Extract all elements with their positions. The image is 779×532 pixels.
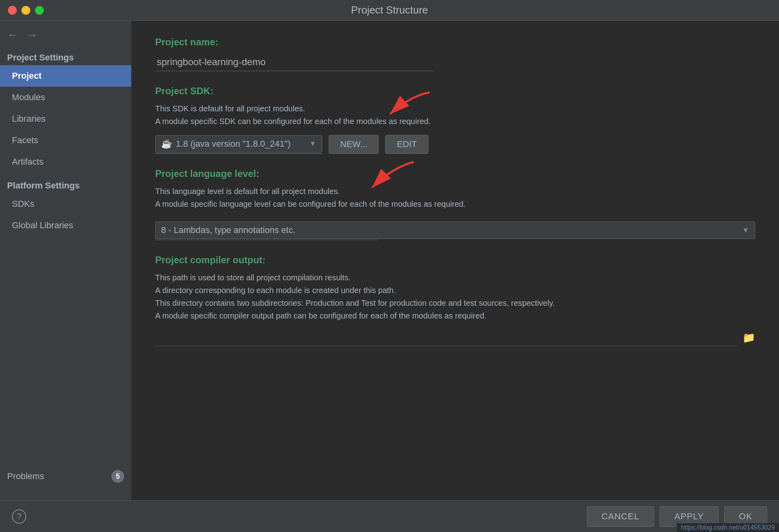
sidebar-item-libraries[interactable]: Libraries: [0, 108, 131, 130]
sdk-row: ☕ 1.8 (java version "1.8.0_241") ▼ NEW..…: [155, 135, 755, 154]
compiler-output-label: Project compiler output:: [155, 254, 755, 266]
sidebar-item-problems[interactable]: Problems 5: [0, 464, 131, 488]
language-level-dropdown[interactable]: 8 - Lambdas, type annotations etc. ▼: [155, 221, 755, 239]
sidebar-item-sdks[interactable]: SDKs: [0, 193, 131, 215]
project-settings-label: Project Settings: [0, 49, 131, 65]
maximize-button[interactable]: [35, 6, 44, 15]
sidebar-item-project[interactable]: Project: [0, 65, 131, 87]
sidebar-item-label: Libraries: [12, 114, 45, 124]
compiler-output-section: Project compiler output: This path is us…: [155, 254, 755, 346]
sdk-edit-button[interactable]: EDIT: [385, 135, 428, 154]
sdk-description: This SDK is default for all project modu…: [155, 102, 755, 128]
sidebar-item-label: SDKs: [12, 199, 34, 209]
sidebar-item-label: Project: [12, 71, 42, 81]
cancel-button[interactable]: CANCEL: [587, 506, 654, 527]
footer-left: ?: [12, 509, 26, 524]
window-title: Project Structure: [351, 4, 428, 16]
help-button[interactable]: ?: [12, 509, 26, 524]
footer: ? CANCEL APPLY OK: [0, 500, 779, 532]
sdk-dropdown[interactable]: ☕ 1.8 (java version "1.8.0_241") ▼: [155, 135, 322, 153]
titlebar: Project Structure: [0, 0, 779, 21]
nav-back-button[interactable]: ←: [7, 29, 18, 41]
compiler-path-row: 📁: [155, 329, 755, 346]
language-level-label: Project language level:: [155, 168, 755, 179]
main-layout: ← → Project Settings Project Modules Lib…: [0, 21, 779, 500]
sidebar-item-label: Artifacts: [12, 157, 43, 167]
sdk-label: Project SDK:: [155, 85, 755, 97]
language-level-description: This language level is default for all p…: [155, 185, 755, 210]
sdk-value: 1.8 (java version "1.8.0_241"): [176, 139, 305, 149]
language-level-value: 8 - Lambdas, type annotations etc.: [161, 225, 738, 235]
sidebar-item-label: Facets: [12, 135, 38, 145]
problems-badge: 5: [111, 470, 124, 483]
sidebar-item-facets[interactable]: Facets: [0, 130, 131, 151]
project-name-label: Project name:: [155, 37, 755, 48]
nav-arrows: ← →: [0, 25, 131, 49]
nav-forward-button[interactable]: →: [26, 29, 37, 41]
status-bar-url: https://blog.csdn.net/u014553029: [677, 523, 779, 532]
project-sdk-section: Project SDK: This SDK is default for all…: [155, 85, 755, 154]
project-name-input[interactable]: [155, 53, 434, 71]
sidebar-item-label: Modules: [12, 92, 45, 102]
sdk-new-button[interactable]: NEW...: [329, 135, 379, 154]
compiler-output-description: This path is used to store all project c…: [155, 271, 755, 322]
sidebar-item-artifacts[interactable]: Artifacts: [0, 151, 131, 173]
java-icon: ☕: [161, 139, 172, 149]
content-area: Project name: Project SDK: This SDK is d…: [131, 21, 779, 500]
sdk-dropdown-arrow-icon: ▼: [309, 140, 316, 148]
traffic-lights: [8, 6, 44, 15]
problems-label: Problems: [7, 471, 44, 482]
folder-browse-button[interactable]: 📁: [742, 332, 755, 344]
compiler-path-input[interactable]: [155, 329, 738, 346]
project-name-section: Project name:: [155, 37, 755, 71]
sidebar-item-global-libraries[interactable]: Global Libraries: [0, 215, 131, 236]
sidebar: ← → Project Settings Project Modules Lib…: [0, 21, 131, 500]
language-level-section: Project language level: This language le…: [155, 168, 755, 240]
language-dropdown-arrow-icon: ▼: [742, 226, 749, 235]
sidebar-item-label: Global Libraries: [12, 220, 73, 230]
close-button[interactable]: [8, 6, 17, 15]
sidebar-item-modules[interactable]: Modules: [0, 87, 131, 108]
minimize-button[interactable]: [21, 6, 30, 15]
platform-settings-label: Platform Settings: [0, 175, 131, 193]
